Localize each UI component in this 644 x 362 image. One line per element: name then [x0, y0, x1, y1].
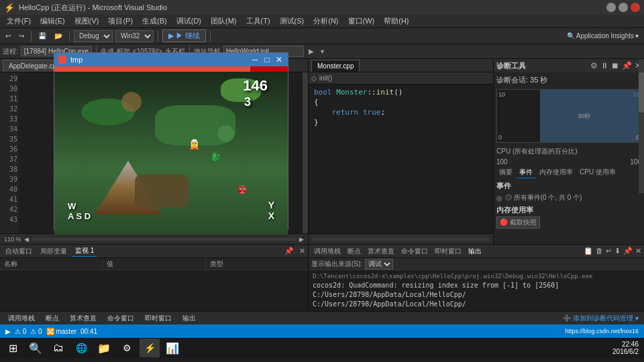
- game-title-bar[interactable]: tmp ─ □ ✕: [54, 53, 288, 66]
- config-dropdown[interactable]: Debug: [74, 30, 113, 42]
- menu-window[interactable]: 窗口(W): [344, 15, 379, 27]
- menu-debug[interactable]: 调试(D): [172, 15, 205, 27]
- output-tab-command[interactable]: 命令窗口: [398, 246, 431, 257]
- taskbar-search-button[interactable]: 🔍: [25, 339, 46, 357]
- debug-breakpoints-btn[interactable]: 断点: [43, 313, 62, 324]
- output-line-4: C:/Users/28798/AppData/Local/HelloCpp/: [313, 300, 640, 309]
- output-scroll-icon[interactable]: ⬇: [614, 247, 621, 255]
- debug-command-btn[interactable]: 命令窗口: [105, 313, 137, 324]
- close-button[interactable]: [631, 3, 640, 12]
- debug-immediate-btn[interactable]: 即时窗口: [142, 313, 174, 324]
- debug-callstack-btn[interactable]: 调用堆栈: [5, 313, 38, 324]
- watch-close-icon[interactable]: ✕: [299, 247, 305, 255]
- location-dropdown-btn[interactable]: ▾: [319, 48, 326, 55]
- output-source-select[interactable]: 调试: [365, 259, 393, 269]
- output-wrap-icon[interactable]: ↵: [606, 247, 612, 255]
- menu-tools[interactable]: 工具(T): [242, 15, 274, 27]
- game-minimize-btn[interactable]: ─: [250, 55, 260, 64]
- diag-tab-events[interactable]: 事件: [517, 167, 535, 178]
- output-copy-icon[interactable]: 📋: [584, 247, 593, 255]
- class-indicator: ◇: [311, 74, 317, 82]
- menu-build[interactable]: 生成(B): [138, 15, 171, 27]
- cpu-section: CPU (所有处理器的百分比) 100 100: [496, 147, 641, 166]
- game-wasd: W A S D: [68, 201, 91, 221]
- diag-pause-icon[interactable]: ⏸: [600, 61, 608, 70]
- taskbar-edge-button[interactable]: 🌐: [71, 339, 91, 357]
- debug-output-btn[interactable]: 输出: [180, 313, 199, 324]
- events-title: 事件: [496, 181, 641, 191]
- events-icon: ◎: [496, 194, 502, 202]
- run-button[interactable]: ▶ ▶ 继续: [162, 29, 206, 42]
- middle-tabs: Monster.cpp: [309, 59, 493, 72]
- game-close-btn[interactable]: ✕: [274, 55, 284, 64]
- process-label: 进程:: [3, 47, 18, 56]
- taskbar-start-button[interactable]: ⊞: [3, 339, 23, 357]
- watch-body: [0, 270, 308, 311]
- vs-icon: ⚡: [4, 3, 15, 13]
- debug-toolbar: 调用堆栈 断点 算术查直 命令窗口 即时窗口 输出 ➕ 添加到诊断代码管理 ▾: [0, 311, 644, 324]
- watch-pin-icon[interactable]: 📌: [284, 247, 294, 255]
- snapshot-button[interactable]: 🔴 截取快照: [496, 217, 540, 229]
- toolbar-undo[interactable]: ↩: [3, 32, 13, 40]
- warning-count: ⚠ 0: [30, 328, 42, 335]
- right-scrollbar[interactable]: [639, 59, 644, 193]
- platform-dropdown[interactable]: Win32: [115, 30, 154, 42]
- menu-project[interactable]: 项目(P): [104, 15, 137, 27]
- taskbar-app2-button[interactable]: 📊: [162, 339, 182, 357]
- toolbar-redo[interactable]: ↪: [16, 32, 27, 40]
- taskbar-explorer-button[interactable]: 📁: [94, 339, 114, 357]
- output-pin-icon[interactable]: 📌: [623, 247, 633, 255]
- output-panel: 调用堆栈 断点 算术查直 命令窗口 即时窗口 输出 📋 🗑 ↵ ⬇ 📌 ✕ 显示…: [309, 245, 644, 311]
- toolbar-sep1: [31, 31, 32, 42]
- error-count: ⚠ 0: [15, 328, 26, 335]
- toolbar-open[interactable]: 📂: [52, 32, 65, 40]
- diag-tab-summary[interactable]: 摘要: [496, 167, 515, 178]
- output-tab-breakpoints[interactable]: 断点: [345, 246, 364, 257]
- diag-tab-memory[interactable]: 内存使用率: [537, 167, 576, 178]
- menu-test[interactable]: 测试(S): [276, 15, 309, 27]
- output-tab-output[interactable]: 输出: [466, 246, 484, 257]
- output-tab-callstack[interactable]: 调用堆栈: [311, 246, 343, 257]
- game-level: 3: [244, 95, 251, 109]
- menu-file[interactable]: 文件(F): [3, 15, 35, 27]
- window-title: HelloCpp (正在运行) - Microsoft Visual Studi…: [19, 3, 606, 13]
- taskbar-taskview-button[interactable]: 🗂: [48, 339, 68, 357]
- taskbar-chrome-button[interactable]: ⚙: [117, 339, 137, 357]
- middle-code-editor[interactable]: bool Monster::init() { return true; }: [309, 84, 493, 233]
- diag-tab-cpu[interactable]: CPU 使用率: [577, 167, 619, 178]
- game-window[interactable]: tmp ─ □ ✕ 🧝 🐉 👺 146 3 W A S D Y: [54, 52, 288, 230]
- taskbar-vs-button[interactable]: ⚡: [140, 339, 160, 357]
- output-close-icon[interactable]: ✕: [635, 247, 641, 255]
- diag-settings-icon[interactable]: ⚙: [590, 61, 598, 70]
- menu-view[interactable]: 视图(V): [70, 15, 103, 27]
- app-insights-button[interactable]: 🔍 Application Insights ▾: [564, 32, 641, 40]
- watch-tab-locals[interactable]: 局部变量: [38, 246, 70, 257]
- watch-tab-auto[interactable]: 自动窗口: [3, 246, 35, 257]
- diagnostics-content: 诊断会话: 35 秒 10 10 30秒 0 0 CPU (所有处理器的百分比)…: [494, 72, 644, 244]
- diag-stop-icon[interactable]: ⏹: [611, 61, 619, 70]
- restore-button[interactable]: [619, 3, 628, 12]
- add-diagnostics-btn[interactable]: ➕ 添加到诊断代码管理 ▾: [563, 314, 639, 323]
- watch-col-value: 值: [103, 259, 205, 269]
- output-line-3: C:/Users/28798/AppData/Local/HelloCpp/: [313, 290, 640, 300]
- debug-arithmetic-btn[interactable]: 算术查直: [67, 313, 99, 324]
- output-tabs: 调用堆栈 断点 算术查直 命令窗口 即时窗口 输出 📋 🗑 ↵ ⬇ 📌 ✕: [309, 245, 644, 258]
- menu-analyze[interactable]: 分析(N): [309, 15, 342, 27]
- output-clear-icon[interactable]: 🗑: [596, 247, 603, 255]
- left-scrollbar[interactable]: [303, 72, 308, 233]
- output-tab-immediate[interactable]: 即时窗口: [432, 246, 464, 257]
- output-body: D:\Tencent\cocos2d-x\samples\cpp\HelloCp…: [309, 270, 644, 311]
- toolbar-sep4: [210, 31, 211, 42]
- game-maximize-btn[interactable]: □: [262, 55, 272, 64]
- location-go-btn[interactable]: ▶: [307, 48, 316, 55]
- output-tab-arithmetic[interactable]: 算术查直: [365, 246, 397, 257]
- menu-team[interactable]: 团队(M): [207, 15, 241, 27]
- toolbar-save[interactable]: 💾: [36, 32, 49, 40]
- watch-tab-watch1[interactable]: 监视 1: [72, 245, 97, 257]
- tab-monster[interactable]: Monster.cpp: [311, 60, 360, 72]
- minimize-button[interactable]: [606, 3, 616, 12]
- menu-help[interactable]: 帮助(H): [380, 15, 413, 27]
- diag-pin-icon[interactable]: 📌: [622, 61, 632, 70]
- chart-top-label: 10: [498, 91, 505, 98]
- menu-edit[interactable]: 编辑(E): [36, 15, 69, 27]
